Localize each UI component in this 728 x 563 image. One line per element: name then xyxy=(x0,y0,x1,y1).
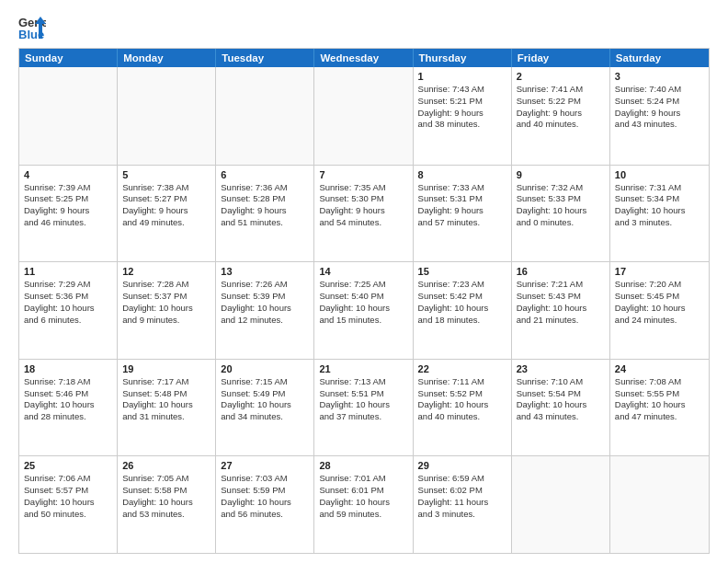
day-number: 10 xyxy=(615,169,704,180)
cell-info-line: Sunrise: 7:20 AM xyxy=(615,279,704,291)
cell-info-line: and 21 minutes. xyxy=(517,315,605,327)
day-number: 16 xyxy=(517,266,605,277)
cell-info-line: Sunrise: 7:26 AM xyxy=(221,279,309,291)
cell-info-line: Sunset: 5:28 PM xyxy=(221,193,309,205)
table-row: 27Sunrise: 7:03 AMSunset: 5:59 PMDayligh… xyxy=(216,456,314,553)
day-number: 22 xyxy=(418,363,506,374)
cell-info-line: Sunrise: 7:03 AM xyxy=(221,473,309,485)
cell-info-line: Sunset: 5:22 PM xyxy=(517,96,605,108)
day-number: 19 xyxy=(122,363,210,374)
cell-info-line: Sunset: 5:21 PM xyxy=(418,96,506,108)
cell-info-line: Sunset: 5:36 PM xyxy=(24,291,112,303)
cell-info-line: Sunset: 5:52 PM xyxy=(418,388,506,400)
table-row: 6Sunrise: 7:36 AMSunset: 5:28 PMDaylight… xyxy=(216,166,314,262)
cell-info-line: and 6 minutes. xyxy=(24,315,112,327)
cell-info-line: Sunset: 5:46 PM xyxy=(24,388,112,400)
cell-info-line: Daylight: 10 hours xyxy=(221,303,309,315)
cell-info-line: Daylight: 10 hours xyxy=(24,497,112,509)
cell-info-line: Sunrise: 7:25 AM xyxy=(319,279,407,291)
table-row: 17Sunrise: 7:20 AMSunset: 5:45 PMDayligh… xyxy=(610,262,709,359)
cell-info-line: Sunrise: 6:59 AM xyxy=(418,473,506,485)
cell-info-line: Sunrise: 7:17 AM xyxy=(122,376,210,388)
cell-info-line: Sunset: 5:34 PM xyxy=(615,193,704,205)
table-row: 2Sunrise: 7:41 AMSunset: 5:22 PMDaylight… xyxy=(512,67,610,165)
cell-info-line: Daylight: 10 hours xyxy=(122,399,210,411)
cell-info-line: Daylight: 10 hours xyxy=(517,303,605,315)
cell-info-line: Sunset: 5:45 PM xyxy=(615,291,704,303)
day-number: 8 xyxy=(418,169,506,180)
cell-info-line: and 59 minutes. xyxy=(319,509,407,521)
cell-info-line: Daylight: 10 hours xyxy=(319,497,407,509)
header-day-wednesday: Wednesday xyxy=(314,49,413,67)
cell-info-line: Daylight: 10 hours xyxy=(24,399,112,411)
table-row xyxy=(216,67,314,165)
table-row: 18Sunrise: 7:18 AMSunset: 5:46 PMDayligh… xyxy=(19,360,118,456)
cell-info-line: and 31 minutes. xyxy=(122,411,210,423)
cell-info-line: and 3 minutes. xyxy=(418,509,506,521)
day-number: 6 xyxy=(221,169,309,180)
table-row: 15Sunrise: 7:23 AMSunset: 5:42 PMDayligh… xyxy=(414,262,512,359)
page: General Blue SundayMondayTuesdayWednesda… xyxy=(0,0,728,563)
table-row xyxy=(512,456,610,553)
cell-info-line: Sunrise: 7:36 AM xyxy=(221,182,309,194)
table-row: 7Sunrise: 7:35 AMSunset: 5:30 PMDaylight… xyxy=(314,166,413,262)
header: General Blue xyxy=(18,15,710,40)
calendar-body: 1Sunrise: 7:43 AMSunset: 5:21 PMDaylight… xyxy=(19,67,709,553)
cell-info-line: Daylight: 9 hours xyxy=(517,108,605,120)
table-row: 10Sunrise: 7:31 AMSunset: 5:34 PMDayligh… xyxy=(610,166,709,262)
cell-info-line: Sunrise: 7:35 AM xyxy=(319,182,407,194)
cell-info-line: Daylight: 10 hours xyxy=(24,303,112,315)
cell-info-line: and 38 minutes. xyxy=(418,119,506,131)
table-row: 8Sunrise: 7:33 AMSunset: 5:31 PMDaylight… xyxy=(414,166,512,262)
day-number: 17 xyxy=(615,266,704,277)
cell-info-line: Sunrise: 7:41 AM xyxy=(517,84,605,96)
table-row: 26Sunrise: 7:05 AMSunset: 5:58 PMDayligh… xyxy=(118,456,216,553)
table-row: 4Sunrise: 7:39 AMSunset: 5:25 PMDaylight… xyxy=(19,166,118,262)
table-row: 21Sunrise: 7:13 AMSunset: 5:51 PMDayligh… xyxy=(314,360,413,456)
cell-info-line: Sunset: 6:02 PM xyxy=(418,485,506,497)
day-number: 29 xyxy=(418,460,506,471)
cell-info-line: Sunset: 5:33 PM xyxy=(517,193,605,205)
cell-info-line: Sunset: 5:40 PM xyxy=(319,291,407,303)
calendar-header: SundayMondayTuesdayWednesdayThursdayFrid… xyxy=(19,49,709,67)
table-row: 23Sunrise: 7:10 AMSunset: 5:54 PMDayligh… xyxy=(512,360,610,456)
table-row xyxy=(19,67,118,165)
calendar-row-2: 4Sunrise: 7:39 AMSunset: 5:25 PMDaylight… xyxy=(19,165,709,262)
cell-info-line: Sunrise: 7:28 AM xyxy=(122,279,210,291)
cell-info-line: Sunrise: 7:08 AM xyxy=(615,376,704,388)
table-row: 22Sunrise: 7:11 AMSunset: 5:52 PMDayligh… xyxy=(414,360,512,456)
cell-info-line: and 46 minutes. xyxy=(24,217,112,229)
table-row: 19Sunrise: 7:17 AMSunset: 5:48 PMDayligh… xyxy=(118,360,216,456)
day-number: 15 xyxy=(418,266,506,277)
table-row: 16Sunrise: 7:21 AMSunset: 5:43 PMDayligh… xyxy=(512,262,610,359)
table-row: 5Sunrise: 7:38 AMSunset: 5:27 PMDaylight… xyxy=(118,166,216,262)
cell-info-line: Sunset: 5:49 PM xyxy=(221,388,309,400)
cell-info-line: and 56 minutes. xyxy=(221,509,309,521)
cell-info-line: Daylight: 9 hours xyxy=(319,205,407,217)
cell-info-line: and 18 minutes. xyxy=(418,315,506,327)
cell-info-line: Sunrise: 7:10 AM xyxy=(517,376,605,388)
cell-info-line: Sunset: 5:59 PM xyxy=(221,485,309,497)
cell-info-line: and 43 minutes. xyxy=(517,411,605,423)
cell-info-line: Sunrise: 7:43 AM xyxy=(418,84,506,96)
table-row: 25Sunrise: 7:06 AMSunset: 5:57 PMDayligh… xyxy=(19,456,118,553)
cell-info-line: Sunset: 5:24 PM xyxy=(615,96,704,108)
day-number: 23 xyxy=(517,363,605,374)
table-row: 3Sunrise: 7:40 AMSunset: 5:24 PMDaylight… xyxy=(610,67,709,165)
cell-info-line: Daylight: 10 hours xyxy=(122,497,210,509)
cell-info-line: and 24 minutes. xyxy=(615,315,704,327)
cell-info-line: and 28 minutes. xyxy=(24,411,112,423)
cell-info-line: Daylight: 9 hours xyxy=(418,205,506,217)
day-number: 24 xyxy=(615,363,704,374)
cell-info-line: Daylight: 10 hours xyxy=(221,497,309,509)
calendar-row-4: 18Sunrise: 7:18 AMSunset: 5:46 PMDayligh… xyxy=(19,359,709,456)
table-row: 14Sunrise: 7:25 AMSunset: 5:40 PMDayligh… xyxy=(314,262,413,359)
cell-info-line: Sunset: 5:58 PM xyxy=(122,485,210,497)
header-day-friday: Friday xyxy=(512,49,610,67)
day-number: 14 xyxy=(319,266,407,277)
cell-info-line: and 40 minutes. xyxy=(418,411,506,423)
cell-info-line: Sunset: 5:51 PM xyxy=(319,388,407,400)
cell-info-line: Daylight: 9 hours xyxy=(615,108,704,120)
table-row: 20Sunrise: 7:15 AMSunset: 5:49 PMDayligh… xyxy=(216,360,314,456)
day-number: 21 xyxy=(319,363,407,374)
